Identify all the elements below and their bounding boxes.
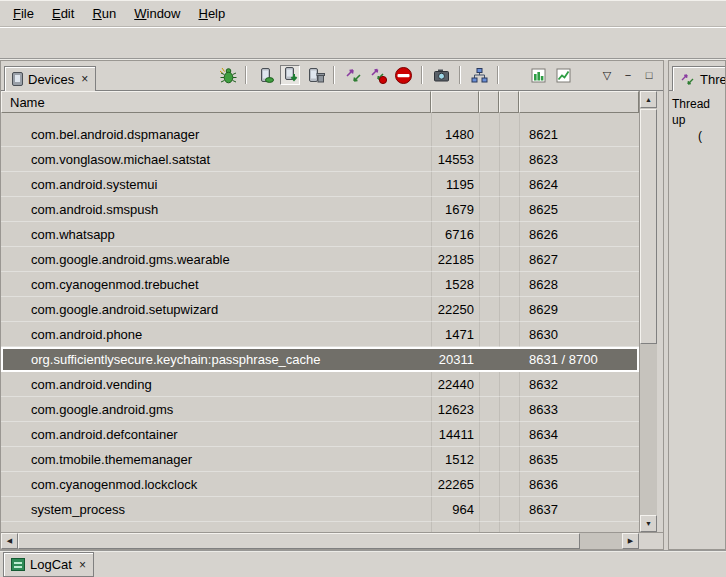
column-header-port[interactable] — [519, 91, 639, 113]
close-icon[interactable]: × — [79, 74, 88, 84]
process-port: 8623 — [519, 152, 639, 167]
maximize-icon[interactable]: □ — [641, 65, 657, 85]
process-port: 8632 — [519, 377, 639, 392]
sysinfo-chart-icon[interactable] — [553, 65, 573, 85]
column-header-threads[interactable] — [499, 91, 519, 113]
process-name: com.android.vending — [1, 377, 431, 392]
menu-item[interactable]: Help — [189, 2, 234, 25]
process-name: com.android.smspush — [1, 202, 431, 217]
table-row[interactable]: com.google.android.gms 12623 8633 — [1, 397, 639, 422]
scroll-left-button[interactable]: ◀ — [1, 533, 18, 549]
table-row[interactable]: com.cyanogenmod.trebuchet 1528 8628 — [1, 272, 639, 297]
process-pid: 22250 — [431, 302, 479, 317]
process-port: 8630 — [519, 327, 639, 342]
process-name: system_process — [1, 502, 431, 517]
horizontal-scrollbar[interactable]: ◀ ▶ — [1, 533, 639, 549]
vertical-scroll-thumb[interactable] — [640, 109, 657, 344]
scroll-up-button[interactable]: ▲ — [640, 91, 657, 108]
table-row[interactable]: com.vonglasow.michael.satstat 14553 8623 — [1, 147, 639, 172]
scroll-down-button[interactable]: ▼ — [640, 515, 657, 532]
vertical-scrollbar[interactable]: ▲ ▼ — [639, 91, 657, 532]
table-row[interactable]: com.android.defcontainer 14411 8634 — [1, 422, 639, 447]
tab-threads[interactable]: Threa — [672, 66, 726, 91]
table-header: Name — [1, 91, 639, 113]
table-row[interactable]: com.android.phone 1471 8630 — [1, 322, 639, 347]
process-pid: 1195 — [431, 177, 479, 192]
process-pid: 964 — [431, 502, 479, 517]
screen-capture-icon[interactable] — [431, 65, 451, 85]
process-name: com.vonglasow.michael.satstat — [1, 152, 431, 167]
main-toolbar — [0, 27, 726, 60]
threads-view: Threa Thread up ( — [668, 60, 726, 550]
table-row[interactable]: com.android.vending 22440 8632 — [1, 372, 639, 397]
process-port: 8626 — [519, 227, 639, 242]
horizontal-scrollbar-row: ◀ ▶ — [1, 532, 663, 549]
menu-item[interactable]: Edit — [43, 2, 83, 25]
view-hierarchy-icon[interactable] — [469, 65, 489, 85]
devices-tab-label: Devices — [28, 72, 74, 87]
stop-method-profiling-icon[interactable] — [368, 65, 388, 85]
process-port: 8635 — [519, 452, 639, 467]
menu-item[interactable]: File — [4, 2, 43, 25]
menu-item[interactable]: Run — [83, 2, 125, 25]
table-row[interactable]: com.cyanogenmod.lockclock 22265 8636 — [1, 472, 639, 497]
logcat-tabbar: LogCat × — [0, 550, 726, 577]
sysinfo-table-icon[interactable] — [528, 65, 548, 85]
devices-table: Name com.bel.android.dspmanager 1480 — [1, 91, 663, 532]
close-icon[interactable]: × — [77, 560, 86, 570]
devices-tabbar: Devices × — [1, 61, 663, 91]
minimize-icon[interactable]: − — [620, 65, 636, 85]
process-name: com.google.android.gms — [1, 402, 431, 417]
process-pid: 22185 — [431, 252, 479, 267]
process-pid: 14553 — [431, 152, 479, 167]
toolbar-separator — [459, 66, 461, 84]
table-row[interactable]: com.android.smspush 1679 8625 — [1, 197, 639, 222]
tab-logcat[interactable]: LogCat × — [3, 552, 94, 577]
process-pid: 22265 — [431, 477, 479, 492]
vertical-scroll-track[interactable] — [640, 108, 657, 515]
ddms-window: FileEditRunWindowHelp Devices × — [0, 0, 726, 577]
threads-tabbar: Threa — [669, 61, 725, 91]
process-port: 8627 — [519, 252, 639, 267]
process-port: 8625 — [519, 202, 639, 217]
process-port: 8631 / 8700 — [519, 352, 639, 367]
table-row[interactable]: com.android.systemui 1195 8624 — [1, 172, 639, 197]
process-pid: 1471 — [431, 327, 479, 342]
menu-item[interactable]: Window — [125, 2, 189, 25]
table-row[interactable]: com.google.android.gms.wearable 22185 86… — [1, 247, 639, 272]
toolbar-separator — [421, 66, 423, 84]
tab-devices[interactable]: Devices × — [4, 66, 96, 91]
column-header-heap[interactable] — [479, 91, 499, 113]
process-pid: 12623 — [431, 402, 479, 417]
horizontal-scroll-track[interactable] — [18, 533, 622, 549]
dump-hprof-icon[interactable] — [280, 65, 300, 85]
view-menu-icon[interactable]: ▽ — [599, 65, 615, 85]
column-header-pid[interactable] — [431, 91, 479, 113]
table-row[interactable]: com.bel.android.dspmanager 1480 8621 — [1, 122, 639, 147]
main-area: Devices × — [0, 60, 726, 550]
devices-toolbar: ▽ − □ — [217, 65, 663, 90]
process-port: 8637 — [519, 502, 639, 517]
threads-tab-label: Threa — [700, 72, 726, 87]
table-row[interactable]: com.tmobile.thememanager 1512 8635 — [1, 447, 639, 472]
process-name: com.tmobile.thememanager — [1, 452, 431, 467]
cause-gc-icon[interactable] — [305, 65, 325, 85]
process-port: 8633 — [519, 402, 639, 417]
table-row[interactable]: com.whatsapp 6716 8626 — [1, 222, 639, 247]
debug-process-icon[interactable] — [217, 65, 237, 85]
table-row[interactable]: com.google.android.setupwizard 22250 862… — [1, 297, 639, 322]
process-name: com.android.defcontainer — [1, 427, 431, 442]
stop-process-icon[interactable] — [393, 65, 413, 85]
threads-status-text: Thread up — [672, 96, 722, 128]
scroll-right-button[interactable]: ▶ — [622, 533, 639, 549]
update-heap-icon[interactable] — [255, 65, 275, 85]
table-row[interactable]: system_process 964 8637 — [1, 497, 639, 522]
update-threads-icon[interactable] — [343, 65, 363, 85]
horizontal-scroll-thumb[interactable] — [18, 533, 580, 549]
process-pid: 1480 — [431, 127, 479, 142]
table-row[interactable]: org.sufficientlysecure.keychain:passphra… — [1, 347, 639, 372]
threads-content: Thread up ( — [669, 91, 725, 149]
process-pid: 1528 — [431, 277, 479, 292]
process-name: com.android.phone — [1, 327, 431, 342]
column-header-name[interactable]: Name — [1, 91, 431, 113]
